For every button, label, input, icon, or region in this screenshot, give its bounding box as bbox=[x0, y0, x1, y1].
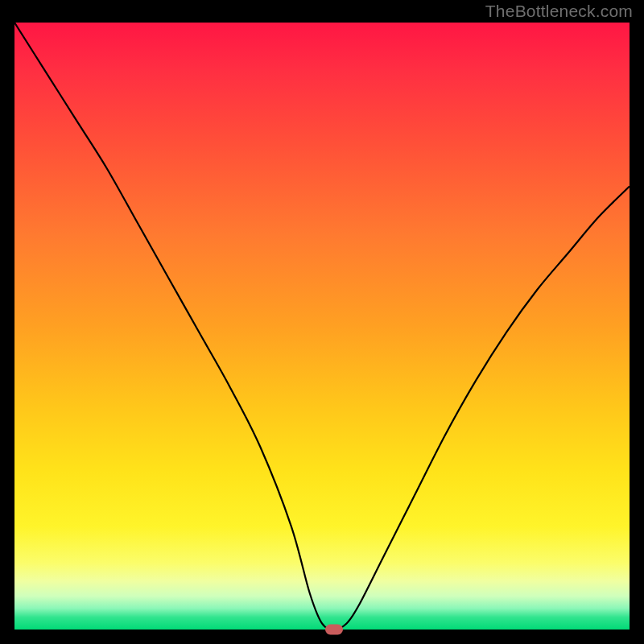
watermark-text: TheBottleneck.com bbox=[485, 2, 633, 21]
chart-frame: TheBottleneck.com bbox=[0, 0, 644, 644]
minimum-marker bbox=[325, 625, 343, 635]
curve-path bbox=[14, 23, 630, 630]
bottleneck-curve bbox=[14, 23, 630, 630]
plot-area bbox=[14, 23, 630, 630]
